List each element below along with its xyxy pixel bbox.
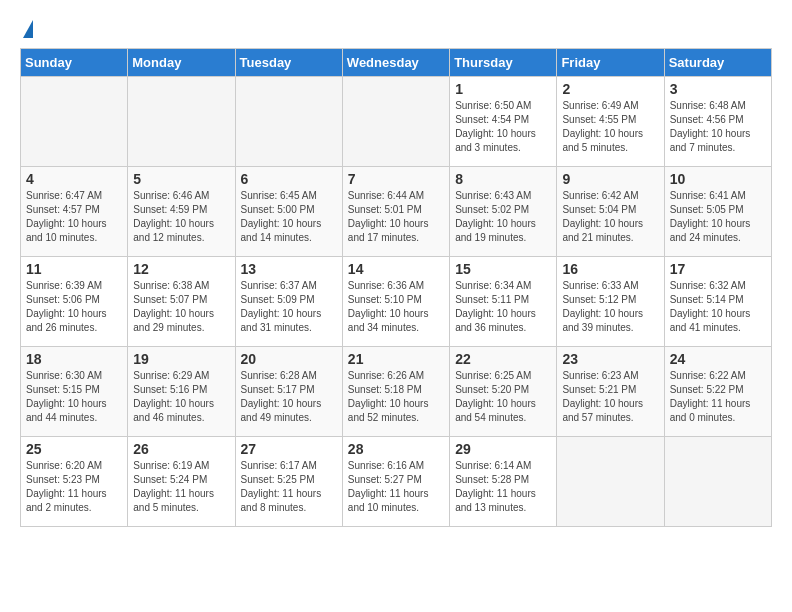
day-number: 26 (133, 441, 229, 457)
logo (20, 20, 33, 38)
day-number: 4 (26, 171, 122, 187)
calendar-cell: 6Sunrise: 6:45 AMSunset: 5:00 PMDaylight… (235, 167, 342, 257)
calendar-cell: 27Sunrise: 6:17 AMSunset: 5:25 PMDayligh… (235, 437, 342, 527)
day-number: 2 (562, 81, 658, 97)
calendar-cell: 19Sunrise: 6:29 AMSunset: 5:16 PMDayligh… (128, 347, 235, 437)
calendar-cell: 20Sunrise: 6:28 AMSunset: 5:17 PMDayligh… (235, 347, 342, 437)
calendar-cell (21, 77, 128, 167)
day-info: Sunrise: 6:17 AMSunset: 5:25 PMDaylight:… (241, 459, 337, 515)
day-number: 25 (26, 441, 122, 457)
day-number: 14 (348, 261, 444, 277)
day-number: 11 (26, 261, 122, 277)
day-number: 3 (670, 81, 766, 97)
day-info: Sunrise: 6:46 AMSunset: 4:59 PMDaylight:… (133, 189, 229, 245)
day-info: Sunrise: 6:29 AMSunset: 5:16 PMDaylight:… (133, 369, 229, 425)
day-info: Sunrise: 6:28 AMSunset: 5:17 PMDaylight:… (241, 369, 337, 425)
calendar-cell: 12Sunrise: 6:38 AMSunset: 5:07 PMDayligh… (128, 257, 235, 347)
weekday-header-saturday: Saturday (664, 49, 771, 77)
day-info: Sunrise: 6:44 AMSunset: 5:01 PMDaylight:… (348, 189, 444, 245)
calendar-week-row: 4Sunrise: 6:47 AMSunset: 4:57 PMDaylight… (21, 167, 772, 257)
calendar-cell: 1Sunrise: 6:50 AMSunset: 4:54 PMDaylight… (450, 77, 557, 167)
page-header (20, 20, 772, 38)
calendar-cell: 21Sunrise: 6:26 AMSunset: 5:18 PMDayligh… (342, 347, 449, 437)
calendar-cell (557, 437, 664, 527)
weekday-header-thursday: Thursday (450, 49, 557, 77)
calendar-cell: 26Sunrise: 6:19 AMSunset: 5:24 PMDayligh… (128, 437, 235, 527)
weekday-header-tuesday: Tuesday (235, 49, 342, 77)
calendar-cell (128, 77, 235, 167)
day-number: 18 (26, 351, 122, 367)
calendar-cell (664, 437, 771, 527)
day-number: 20 (241, 351, 337, 367)
day-info: Sunrise: 6:41 AMSunset: 5:05 PMDaylight:… (670, 189, 766, 245)
calendar-cell: 8Sunrise: 6:43 AMSunset: 5:02 PMDaylight… (450, 167, 557, 257)
calendar-cell: 10Sunrise: 6:41 AMSunset: 5:05 PMDayligh… (664, 167, 771, 257)
day-number: 21 (348, 351, 444, 367)
day-info: Sunrise: 6:30 AMSunset: 5:15 PMDaylight:… (26, 369, 122, 425)
calendar-cell: 18Sunrise: 6:30 AMSunset: 5:15 PMDayligh… (21, 347, 128, 437)
day-info: Sunrise: 6:37 AMSunset: 5:09 PMDaylight:… (241, 279, 337, 335)
weekday-header-sunday: Sunday (21, 49, 128, 77)
day-number: 16 (562, 261, 658, 277)
day-info: Sunrise: 6:32 AMSunset: 5:14 PMDaylight:… (670, 279, 766, 335)
day-number: 27 (241, 441, 337, 457)
calendar-cell: 24Sunrise: 6:22 AMSunset: 5:22 PMDayligh… (664, 347, 771, 437)
day-number: 19 (133, 351, 229, 367)
day-number: 22 (455, 351, 551, 367)
day-number: 8 (455, 171, 551, 187)
day-number: 15 (455, 261, 551, 277)
calendar-cell: 4Sunrise: 6:47 AMSunset: 4:57 PMDaylight… (21, 167, 128, 257)
day-info: Sunrise: 6:14 AMSunset: 5:28 PMDaylight:… (455, 459, 551, 515)
calendar-week-row: 11Sunrise: 6:39 AMSunset: 5:06 PMDayligh… (21, 257, 772, 347)
day-info: Sunrise: 6:42 AMSunset: 5:04 PMDaylight:… (562, 189, 658, 245)
weekday-header-friday: Friday (557, 49, 664, 77)
calendar-cell: 14Sunrise: 6:36 AMSunset: 5:10 PMDayligh… (342, 257, 449, 347)
day-number: 1 (455, 81, 551, 97)
calendar-cell: 3Sunrise: 6:48 AMSunset: 4:56 PMDaylight… (664, 77, 771, 167)
calendar-cell: 13Sunrise: 6:37 AMSunset: 5:09 PMDayligh… (235, 257, 342, 347)
calendar-cell: 22Sunrise: 6:25 AMSunset: 5:20 PMDayligh… (450, 347, 557, 437)
calendar-week-row: 18Sunrise: 6:30 AMSunset: 5:15 PMDayligh… (21, 347, 772, 437)
day-info: Sunrise: 6:16 AMSunset: 5:27 PMDaylight:… (348, 459, 444, 515)
calendar-cell: 29Sunrise: 6:14 AMSunset: 5:28 PMDayligh… (450, 437, 557, 527)
day-info: Sunrise: 6:34 AMSunset: 5:11 PMDaylight:… (455, 279, 551, 335)
day-number: 23 (562, 351, 658, 367)
calendar-cell: 5Sunrise: 6:46 AMSunset: 4:59 PMDaylight… (128, 167, 235, 257)
day-info: Sunrise: 6:22 AMSunset: 5:22 PMDaylight:… (670, 369, 766, 425)
day-number: 13 (241, 261, 337, 277)
day-info: Sunrise: 6:25 AMSunset: 5:20 PMDaylight:… (455, 369, 551, 425)
calendar-cell: 17Sunrise: 6:32 AMSunset: 5:14 PMDayligh… (664, 257, 771, 347)
day-number: 17 (670, 261, 766, 277)
calendar-cell (342, 77, 449, 167)
calendar-cell: 2Sunrise: 6:49 AMSunset: 4:55 PMDaylight… (557, 77, 664, 167)
calendar-cell: 9Sunrise: 6:42 AMSunset: 5:04 PMDaylight… (557, 167, 664, 257)
calendar-week-row: 25Sunrise: 6:20 AMSunset: 5:23 PMDayligh… (21, 437, 772, 527)
logo-arrow-icon (23, 20, 33, 38)
day-info: Sunrise: 6:48 AMSunset: 4:56 PMDaylight:… (670, 99, 766, 155)
calendar-cell (235, 77, 342, 167)
calendar-cell: 11Sunrise: 6:39 AMSunset: 5:06 PMDayligh… (21, 257, 128, 347)
day-number: 7 (348, 171, 444, 187)
day-info: Sunrise: 6:23 AMSunset: 5:21 PMDaylight:… (562, 369, 658, 425)
weekday-header-wednesday: Wednesday (342, 49, 449, 77)
day-number: 29 (455, 441, 551, 457)
day-number: 6 (241, 171, 337, 187)
day-info: Sunrise: 6:26 AMSunset: 5:18 PMDaylight:… (348, 369, 444, 425)
day-number: 28 (348, 441, 444, 457)
day-info: Sunrise: 6:36 AMSunset: 5:10 PMDaylight:… (348, 279, 444, 335)
day-number: 24 (670, 351, 766, 367)
day-info: Sunrise: 6:39 AMSunset: 5:06 PMDaylight:… (26, 279, 122, 335)
day-info: Sunrise: 6:47 AMSunset: 4:57 PMDaylight:… (26, 189, 122, 245)
day-info: Sunrise: 6:45 AMSunset: 5:00 PMDaylight:… (241, 189, 337, 245)
day-info: Sunrise: 6:49 AMSunset: 4:55 PMDaylight:… (562, 99, 658, 155)
calendar-table: SundayMondayTuesdayWednesdayThursdayFrid… (20, 48, 772, 527)
day-number: 12 (133, 261, 229, 277)
day-number: 5 (133, 171, 229, 187)
day-info: Sunrise: 6:43 AMSunset: 5:02 PMDaylight:… (455, 189, 551, 245)
calendar-week-row: 1Sunrise: 6:50 AMSunset: 4:54 PMDaylight… (21, 77, 772, 167)
calendar-header-row: SundayMondayTuesdayWednesdayThursdayFrid… (21, 49, 772, 77)
calendar-cell: 25Sunrise: 6:20 AMSunset: 5:23 PMDayligh… (21, 437, 128, 527)
calendar-cell: 15Sunrise: 6:34 AMSunset: 5:11 PMDayligh… (450, 257, 557, 347)
day-info: Sunrise: 6:19 AMSunset: 5:24 PMDaylight:… (133, 459, 229, 515)
day-info: Sunrise: 6:38 AMSunset: 5:07 PMDaylight:… (133, 279, 229, 335)
